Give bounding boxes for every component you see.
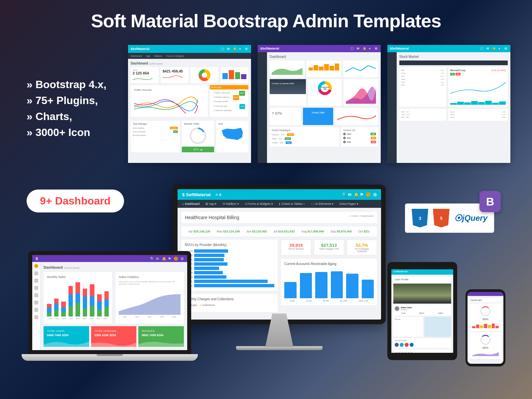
- map-card: [424, 317, 451, 337]
- laptop-content: Dashboard Control panel Monthly Sales: [40, 262, 187, 350]
- header-icons: ⬚✉🔔●⚙: [351, 47, 378, 50]
- visits-card: Visits 2 125 854: [131, 67, 159, 83]
- stock-change: -0.23 (-0.24%): [491, 69, 506, 71]
- area-purple-card: [344, 79, 378, 106]
- page-title: Dashboard: [44, 265, 63, 269]
- feature-list: » Bootstrap 4.x, » 75+ Plugins, » Charts…: [27, 76, 106, 140]
- page-title: User Profile: [393, 277, 451, 282]
- search-icon: 🔍: [342, 192, 345, 196]
- stock-table-card: AAPL+0.8% GOOG-1.2% MSFT+0.5% AMZN-0.3% …: [399, 67, 446, 107]
- dash-body: Healthcare Hospital Billing ⌂ Home › Das…: [178, 208, 381, 320]
- sales-analytics-chart: Sales Analytics Lorem ipsum dolor sit am…: [115, 272, 184, 324]
- breadcrumb: ⌂ Home › Dashboard: [349, 214, 374, 217]
- task-manager-card: Task Manager Admin Interface medium Dumm…: [131, 121, 180, 152]
- nav-mailbox: ✉ Mailbox ▾: [223, 202, 239, 205]
- panel-title: RVU's by Provider (Monthly): [185, 243, 274, 247]
- sparkline-icon: [472, 351, 499, 356]
- twitter-icon: [400, 343, 404, 347]
- laptop-mockup: S 🔍✉🔔⚑⚙ Dashboard Control panel Monthly …: [22, 251, 198, 361]
- nav-charts: ⫿ Charts & Tables ▾: [279, 202, 305, 205]
- facebook-icon: [395, 343, 399, 347]
- hero-card: Contrary to popular belief: [270, 79, 306, 106]
- gauge-icon: [480, 335, 490, 345]
- donut-card: [191, 67, 218, 83]
- traffic-sources-card: Traffic Sources: [131, 85, 208, 117]
- gear-icon: ⚙: [373, 192, 376, 196]
- dashboard-count-badge: 9+ Dashboard: [27, 190, 124, 212]
- todo-card: To Do List ☐ Make a bed post 64% ☐ Prepa…: [210, 85, 248, 117]
- nav-item: Forms & Widgets: [166, 55, 184, 57]
- team-card: [393, 349, 451, 353]
- vertical-bars: [284, 268, 374, 298]
- brand-text: S: [36, 257, 38, 261]
- dash-nav: ⌂ Dashboard ⊞ App ▾ ✉ Mailbox ▾ ≡ Forms …: [178, 200, 381, 208]
- phone-mockup: Dashboard 95% 82%: [466, 289, 505, 366]
- mini-line-card: [335, 108, 378, 125]
- page-title: Dashboard: [270, 55, 378, 59]
- thumb-header: $ SoftMaterial ⬚✉🔔●⚙: [258, 45, 381, 52]
- thumb-body: Dashboard Control panel Visits 2 125 854…: [128, 59, 251, 163]
- stat-value: $421 458,45: [163, 69, 187, 73]
- line-card: [343, 61, 378, 77]
- dashboard-thumb-3: $ SoftMaterial ⬚✉🔔●⚙ Stock Market AAPL+0…: [387, 45, 510, 163]
- horizontal-bars: 480 430 425 475 350 400 460 1105 1200: [185, 249, 274, 287]
- page-title: Dashboard Control panel: [131, 62, 248, 65]
- todo-items: ☐ Make a bed post 64% ☐ Prepare delivery…: [213, 91, 245, 113]
- map-icon: [424, 317, 451, 337]
- google-icon: [405, 343, 409, 347]
- weather-widget: 27°c ☁: [182, 147, 214, 152]
- phone-header: [467, 292, 503, 296]
- profile-info: Aiden ClarkDesigner 5.5K854.5648.5: [393, 305, 451, 316]
- dashboard-thumb-1: $ SoftMaterial ⬚✉🔔●⚙ Dashboard App Mailb…: [128, 45, 251, 163]
- stock-line-chart-icon: [450, 77, 506, 99]
- header-icons: 🔍 ✉ 🔔 ⚑ ⚙: [342, 192, 376, 197]
- stat-vendors: TOTAL VENDORS 2356 4158 3254: [91, 326, 137, 347]
- laptop-header: S 🔍✉🔔⚑⚙: [32, 255, 187, 262]
- mini-bars-icon: [472, 323, 499, 328]
- dashboard-thumb-2: $ SoftMaterial ⬚✉🔔●⚙ Dashboard Contrary …: [258, 45, 381, 163]
- ticker-bar: [399, 61, 508, 65]
- profile-cover-photo: [393, 284, 451, 304]
- feature-item: » Charts,: [27, 108, 106, 124]
- linkedin-icon: [410, 343, 414, 347]
- flag-icon: ⚑: [360, 192, 363, 196]
- gauge-card: ⤒ 67%: [270, 108, 301, 125]
- brand-logo-icon: $: [182, 192, 185, 197]
- feature-item: » 3000+ Icon: [27, 124, 106, 140]
- thumb-header: $ SoftMaterial ⬚✉🔔●⚙: [128, 45, 251, 53]
- stock-chart-card: Microsoft Corp.-0.23 (-0.24%) 1D1M: [448, 67, 508, 107]
- bell-icon: 🔔: [354, 192, 357, 196]
- avatar-icon: [395, 306, 399, 311]
- monthly-sales-chart: Monthly Sales: [44, 272, 112, 324]
- tech-badges: B 3 5 ⦿jQuery: [405, 203, 494, 233]
- stat-collected: 53.7% % of Charges Collected: [347, 240, 377, 255]
- revenue-card: $421 458,45: [161, 67, 189, 83]
- page-title: Stock Market: [399, 55, 508, 59]
- thumb-header: $ SoftMaterial ⬚✉🔔●⚙: [387, 45, 510, 52]
- brand-text: SoftMaterial: [132, 47, 150, 51]
- usa-map-card: USA: [216, 121, 248, 152]
- gauge-icon: [480, 306, 490, 316]
- thumb-content: Stock Market AAPL+0.8% GOOG-1.2% MSFT+0.…: [397, 52, 510, 163]
- aging-panel: Current Accounts Receivable Aging 0.3: [281, 259, 377, 305]
- stat-invoices: INVOICES 9892 7458 6254: [138, 326, 184, 347]
- stacked-bar-chart: [47, 281, 109, 317]
- laptop-sidebar: [32, 262, 40, 350]
- gauge-card-2: 82%: [469, 332, 501, 359]
- nav-ui: ⬚ UI Elements ▾: [311, 202, 333, 205]
- feature-item: » 75+ Plugins,: [27, 92, 106, 108]
- thumbnail-row: $ SoftMaterial ⬚✉🔔●⚙ Dashboard App Mailb…: [128, 45, 510, 163]
- nav-item: Mailbox: [154, 55, 162, 57]
- card-title: Task Manager: [133, 123, 178, 125]
- website-traffic-card: Website Traffic 27°c ☁: [182, 121, 214, 152]
- stat-rvu: 29,918 RVU's Worked: [281, 240, 311, 255]
- menu-toggle-icon: ≡ ▾: [215, 192, 221, 197]
- header-icons: 🔍✉🔔⚑⚙: [150, 257, 184, 261]
- nav-forms: ≡ Forms & Widgets ▾: [245, 202, 273, 205]
- dark-sidebar: [258, 52, 267, 163]
- nav-item: Dashboard: [131, 55, 142, 57]
- company-name: Microsoft Corp.: [450, 69, 466, 71]
- bars-card: [307, 61, 341, 77]
- feature-item: » Bootstrap 4.x,: [27, 76, 106, 92]
- nav-app: ⊞ App ▾: [205, 202, 217, 205]
